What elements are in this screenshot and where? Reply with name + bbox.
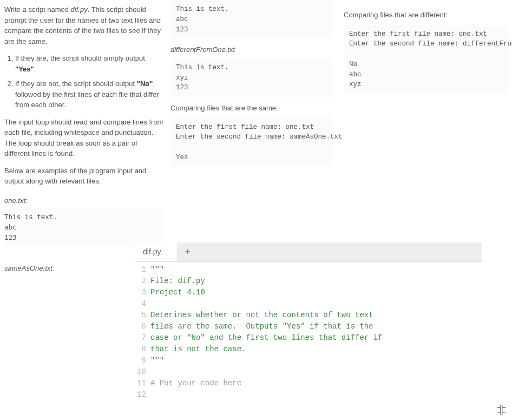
file-label-one: one.txt: [4, 195, 164, 206]
code-line[interactable]: 4 [135, 298, 482, 310]
diff-compare-heading: Comparing files that are different: [344, 10, 509, 21]
code-text[interactable]: Deterines whether or not the contents of… [150, 310, 373, 321]
paragraph: The input loop should read and compare l… [4, 117, 164, 159]
text: If they are, the script should simply ou… [15, 54, 145, 62]
code-text[interactable]: # Put your code here [150, 378, 241, 389]
line-number: 4 [135, 298, 150, 310]
code-text[interactable]: Project 4.10 [150, 287, 205, 298]
list-item: If they are, the script should simply ou… [15, 53, 164, 74]
code-text[interactable]: """ [150, 264, 164, 275]
code-editor: dif.py + 1"""2File: dif.py3Project 4.104… [135, 242, 482, 403]
code-text[interactable]: File: dif.py [150, 275, 205, 287]
line-number: 7 [135, 332, 150, 344]
line-number: 1 [135, 264, 150, 275]
code-line[interactable]: 5Deterines whether or not the contents o… [135, 310, 482, 321]
plus-icon: + [185, 245, 191, 259]
code-text[interactable]: """ [150, 355, 164, 366]
code-line[interactable]: 6files are the same. Outputs "Yes" if th… [135, 321, 482, 332]
list-item: If they are not, the script should outpu… [15, 78, 164, 110]
line-number: 10 [135, 366, 150, 378]
instructions-panel: Write a script named dif.py. This script… [4, 4, 164, 274]
text: . [34, 65, 36, 73]
examples-column-1: This is text. abc 123 differentFromOne.t… [170, 0, 333, 173]
sameasone-content: This is text. abc 123 [170, 0, 333, 39]
code-line[interactable]: 10 [135, 366, 482, 378]
line-number: 3 [135, 287, 150, 298]
code-text[interactable]: that is not the case. [150, 344, 246, 355]
editor-tab-difpy[interactable]: dif.py [135, 242, 178, 261]
code-line[interactable]: 2File: dif.py [135, 275, 482, 287]
script-name: dif.py [71, 5, 88, 14]
line-number: 6 [135, 321, 150, 332]
code-text[interactable]: case or "No" and the first two lines tha… [150, 332, 382, 344]
same-compare-output: Enter the first file name: one.txt Enter… [170, 118, 333, 167]
fullscreen-collapse-icon[interactable]: ⊣⊢⊣⊢ [496, 405, 507, 415]
same-compare-heading: Comparing files that are the same: [170, 103, 333, 114]
code-line[interactable]: 9""" [135, 355, 482, 366]
bold-text: "Yes" [15, 65, 34, 73]
differentfromone-content: This is text. xyz 123 [170, 58, 333, 97]
paragraph: Below are examples of the program input … [4, 166, 164, 187]
text: Write a script named [4, 5, 71, 14]
line-number: 2 [135, 275, 150, 287]
code-text[interactable]: files are the same. Outputs "Yes" if tha… [150, 321, 373, 332]
requirements-list: If they are, the script should simply ou… [4, 53, 164, 110]
add-tab-button[interactable]: + [178, 242, 197, 261]
line-number: 12 [135, 389, 150, 401]
line-number: 5 [135, 310, 150, 321]
intro-paragraph: Write a script named dif.py. This script… [4, 4, 164, 47]
code-line[interactable]: 3Project 4.10 [135, 287, 482, 298]
line-number: 8 [135, 344, 150, 355]
bold-text: "No" [137, 80, 153, 88]
examples-column-2: Comparing files that are different: Ente… [344, 0, 509, 100]
code-line[interactable]: 1""" [135, 264, 482, 275]
code-line[interactable]: 12 [135, 389, 482, 401]
file-content-one: This is text. abc 123 [4, 208, 164, 247]
tab-label: dif.py [143, 246, 161, 258]
line-number: 9 [135, 355, 150, 366]
line-number: 11 [135, 378, 150, 389]
code-line[interactable]: 8that is not the case. [135, 344, 482, 355]
text: If they are not, the script should outpu… [15, 80, 137, 88]
file-label-differentfromone: differentFromOne.txt [170, 44, 333, 55]
editor-tabbar: dif.py + [135, 242, 482, 262]
code-line[interactable]: 11# Put your code here [135, 378, 482, 389]
code-line[interactable]: 7case or "No" and the first two lines th… [135, 332, 482, 344]
code-area[interactable]: 1"""2File: dif.py3Project 4.1045Deterine… [135, 262, 482, 403]
diff-compare-output: Enter the first file name: one.txt Enter… [344, 25, 509, 95]
